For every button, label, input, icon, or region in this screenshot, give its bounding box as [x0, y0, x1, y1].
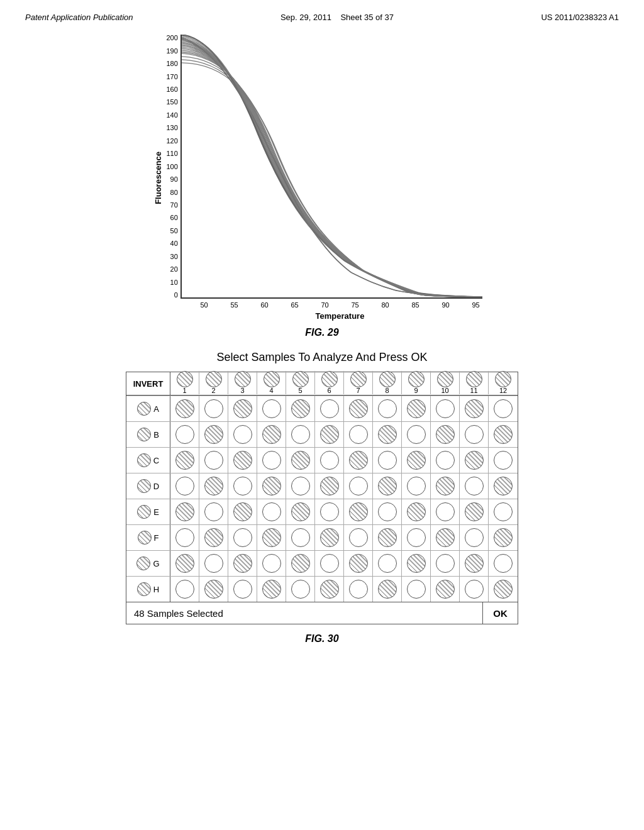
- sample-cell[interactable]: [257, 499, 286, 524]
- sample-cell[interactable]: [228, 448, 257, 473]
- sample-cell[interactable]: [431, 473, 460, 499]
- col-header-circle[interactable]: [489, 371, 518, 387]
- row-label[interactable]: E: [126, 499, 170, 524]
- sample-cell[interactable]: [460, 473, 489, 499]
- sample-cell[interactable]: [286, 551, 315, 576]
- sample-cell[interactable]: [315, 525, 344, 550]
- sample-cell[interactable]: [170, 422, 199, 447]
- col-header-circle[interactable]: [402, 371, 431, 387]
- sample-cell[interactable]: [199, 499, 228, 524]
- sample-cell[interactable]: [315, 448, 344, 473]
- sample-cell[interactable]: [286, 473, 315, 499]
- col-header-circle[interactable]: [286, 371, 315, 387]
- sample-cell[interactable]: [170, 499, 199, 524]
- sample-cell[interactable]: [344, 499, 373, 524]
- sample-cell[interactable]: [170, 551, 199, 576]
- col-header-circle[interactable]: [344, 371, 373, 387]
- sample-cell[interactable]: [286, 577, 315, 602]
- sample-cell[interactable]: [228, 577, 257, 602]
- ok-button[interactable]: OK: [483, 602, 518, 624]
- sample-cell[interactable]: [460, 422, 489, 447]
- sample-cell[interactable]: [170, 473, 199, 499]
- sample-cell[interactable]: [170, 577, 199, 602]
- col-header-circle[interactable]: [257, 371, 286, 387]
- sample-cell[interactable]: [489, 551, 518, 576]
- sample-cell[interactable]: [228, 473, 257, 499]
- sample-cell[interactable]: [402, 499, 431, 524]
- sample-cell[interactable]: [373, 396, 402, 421]
- row-label[interactable]: G: [126, 551, 170, 576]
- sample-cell[interactable]: [170, 525, 199, 550]
- row-label[interactable]: C: [126, 448, 170, 473]
- sample-cell[interactable]: [431, 577, 460, 602]
- row-label[interactable]: F: [126, 525, 170, 550]
- sample-cell[interactable]: [489, 577, 518, 602]
- sample-cell[interactable]: [402, 577, 431, 602]
- sample-cell[interactable]: [286, 422, 315, 447]
- sample-cell[interactable]: [286, 448, 315, 473]
- sample-cell[interactable]: [170, 448, 199, 473]
- sample-cell[interactable]: [344, 551, 373, 576]
- sample-cell[interactable]: [431, 551, 460, 576]
- col-header-circle[interactable]: [431, 371, 460, 387]
- sample-cell[interactable]: [228, 551, 257, 576]
- row-label[interactable]: D: [126, 473, 170, 499]
- row-label[interactable]: B: [126, 422, 170, 447]
- row-label[interactable]: A: [126, 396, 170, 421]
- sample-cell[interactable]: [199, 551, 228, 576]
- sample-cell[interactable]: [373, 422, 402, 447]
- sample-cell[interactable]: [170, 396, 199, 421]
- sample-cell[interactable]: [228, 422, 257, 447]
- sample-cell[interactable]: [257, 577, 286, 602]
- sample-cell[interactable]: [286, 396, 315, 421]
- col-header-circle[interactable]: [170, 371, 199, 387]
- sample-cell[interactable]: [431, 422, 460, 447]
- sample-cell[interactable]: [228, 499, 257, 524]
- sample-cell[interactable]: [199, 422, 228, 447]
- col-header-circle[interactable]: [315, 371, 344, 387]
- sample-cell[interactable]: [431, 525, 460, 550]
- sample-cell[interactable]: [489, 448, 518, 473]
- sample-cell[interactable]: [402, 525, 431, 550]
- sample-cell[interactable]: [199, 448, 228, 473]
- col-header-circle[interactable]: [228, 371, 257, 387]
- sample-cell[interactable]: [402, 396, 431, 421]
- sample-cell[interactable]: [460, 551, 489, 576]
- sample-cell[interactable]: [257, 448, 286, 473]
- sample-cell[interactable]: [460, 396, 489, 421]
- sample-cell[interactable]: [199, 577, 228, 602]
- sample-cell[interactable]: [344, 473, 373, 499]
- sample-cell[interactable]: [402, 473, 431, 499]
- sample-cell[interactable]: [315, 499, 344, 524]
- sample-cell[interactable]: [315, 396, 344, 421]
- sample-cell[interactable]: [431, 396, 460, 421]
- sample-cell[interactable]: [373, 499, 402, 524]
- sample-cell[interactable]: [460, 499, 489, 524]
- sample-cell[interactable]: [431, 448, 460, 473]
- col-header-circle[interactable]: [199, 371, 228, 387]
- sample-cell[interactable]: [489, 422, 518, 447]
- sample-cell[interactable]: [257, 525, 286, 550]
- sample-cell[interactable]: [489, 396, 518, 421]
- sample-cell[interactable]: [228, 396, 257, 421]
- sample-cell[interactable]: [489, 499, 518, 524]
- sample-cell[interactable]: [199, 525, 228, 550]
- sample-cell[interactable]: [344, 525, 373, 550]
- sample-cell[interactable]: [286, 499, 315, 524]
- sample-cell[interactable]: [257, 551, 286, 576]
- sample-cell[interactable]: [460, 577, 489, 602]
- invert-cell[interactable]: INVERT: [126, 372, 170, 395]
- col-header-circle[interactable]: [373, 371, 402, 387]
- col-header-circle[interactable]: [460, 371, 489, 387]
- sample-cell[interactable]: [489, 473, 518, 499]
- sample-cell[interactable]: [344, 396, 373, 421]
- sample-cell[interactable]: [402, 551, 431, 576]
- sample-cell[interactable]: [228, 525, 257, 550]
- sample-cell[interactable]: [373, 577, 402, 602]
- sample-cell[interactable]: [373, 473, 402, 499]
- sample-cell[interactable]: [257, 473, 286, 499]
- sample-cell[interactable]: [315, 473, 344, 499]
- sample-cell[interactable]: [344, 577, 373, 602]
- sample-cell[interactable]: [402, 422, 431, 447]
- sample-cell[interactable]: [286, 525, 315, 550]
